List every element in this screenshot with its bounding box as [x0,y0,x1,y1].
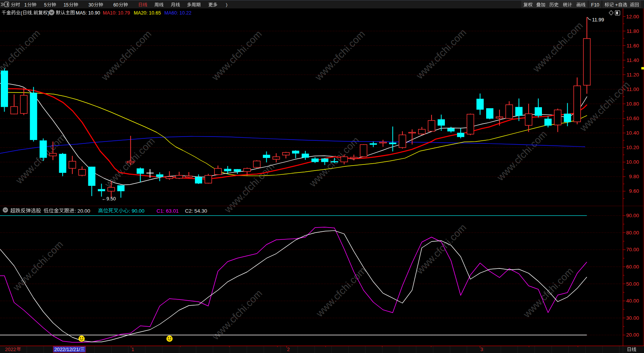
svg-text:3: 3 [480,347,483,352]
svg-text:MA20: 10.65: MA20: 10.65 [134,10,161,16]
svg-text:←9.50: ←9.50 [102,196,116,202]
svg-text:12.00: 12.00 [626,14,639,20]
svg-text:10.40: 10.40 [626,130,639,136]
svg-text:30.00: 30.00 [626,315,639,321]
svg-text:MA5: 10.90: MA5: 10.90 [76,10,100,16]
svg-text:5: 5 [44,2,47,8]
svg-text:10.80: 10.80 [626,101,639,107]
svg-text:15: 15 [63,2,69,8]
svg-text:40.00: 40.00 [626,298,639,304]
svg-text:60: 60 [113,2,118,8]
svg-text:11.99: 11.99 [592,17,604,23]
svg-text:11.40: 11.40 [626,57,639,63]
svg-text:1: 1 [24,2,27,8]
svg-text:〉: 〉 [226,2,227,8]
svg-text:11.20: 11.20 [626,72,639,78]
svg-text:10.60: 10.60 [626,115,639,121]
svg-text:90.00: 90.00 [626,213,639,218]
svg-text:F10: F10 [591,2,600,8]
svg-text:11.80: 11.80 [626,28,639,34]
svg-text:: 90.00: : 90.00 [129,208,144,214]
svg-text:+: + [615,2,618,8]
svg-text:C2: 54.30: C2: 54.30 [185,208,207,214]
svg-text:20.00: 20.00 [626,332,639,338]
svg-text:9.60: 9.60 [629,188,639,194]
svg-text:80.00: 80.00 [626,230,639,236]
svg-text:MA10: 10.79: MA10: 10.79 [103,10,130,16]
svg-text:11.60: 11.60 [626,43,639,49]
svg-text:MA60: 10.22: MA60: 10.22 [164,10,191,16]
svg-text:11.00: 11.00 [626,86,639,92]
svg-text:2022/12/21/: 2022/12/21/ [54,346,80,352]
svg-text:70.00: 70.00 [626,247,639,252]
svg-text:60.00: 60.00 [626,264,639,270]
svg-text:C1: 63.01: C1: 63.01 [157,208,179,214]
svg-text:1: 1 [131,347,134,352]
svg-text:2: 2 [287,347,290,352]
svg-text:.: . [32,10,33,16]
svg-text:10.20: 10.20 [626,145,639,150]
svg-text:: 20.00: : 20.00 [75,208,90,214]
svg-text:50.00: 50.00 [626,281,639,287]
svg-text:30: 30 [89,2,94,8]
svg-text:9.80: 9.80 [629,174,639,179]
svg-text:2022: 2022 [5,346,16,352]
svg-text:10.00: 10.00 [626,159,639,165]
